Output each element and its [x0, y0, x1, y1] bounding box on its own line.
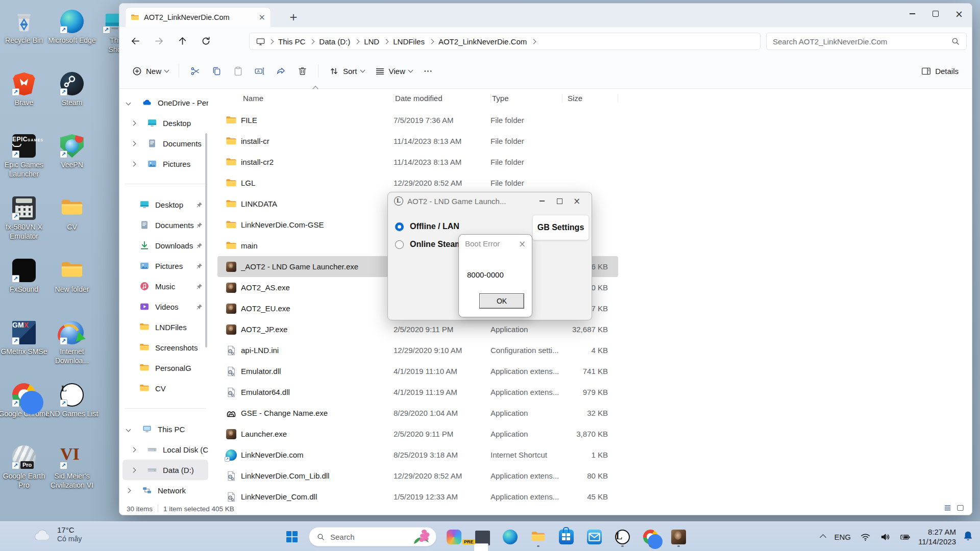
close-button[interactable] — [947, 4, 971, 24]
weather-widget[interactable]: 17°C Có mây — [33, 525, 82, 543]
file-row[interactable]: LGL 12/29/2020 8:52 AM File folder — [217, 172, 618, 193]
gb-settings-button[interactable]: GB Settings — [532, 215, 589, 240]
new-tab-button[interactable]: + — [287, 11, 300, 24]
back-button[interactable] — [128, 33, 143, 48]
file-row[interactable]: ↗ LinkNeverDie.com 8/25/2019 3:18 AM Int… — [217, 444, 618, 465]
search-icon[interactable] — [951, 37, 960, 46]
paste-button[interactable] — [227, 61, 249, 81]
rename-button[interactable]: A — [249, 61, 270, 81]
launcher-minimize-button[interactable] — [533, 194, 551, 208]
cut-button[interactable] — [184, 61, 206, 81]
sidebar-item[interactable]: Documents — [122, 215, 208, 235]
radio-option[interactable]: Online Steam — [395, 238, 462, 251]
forward-button[interactable] — [151, 33, 166, 48]
desktop-icon[interactable]: New folder — [43, 258, 101, 320]
chevron-icon[interactable] — [131, 141, 136, 146]
desktop-icon[interactable]: VI ↗ Sid Meier's Civilization VI — [43, 445, 101, 507]
breadcrumb-item[interactable]: Data (D:) — [316, 37, 353, 46]
taskbar-app-button[interactable] — [527, 525, 549, 548]
sidebar-item[interactable]: CV — [122, 378, 208, 398]
taskbar-app-button[interactable] — [443, 525, 464, 548]
sort-button[interactable]: Sort — [324, 62, 370, 81]
clock[interactable]: 8:27 AM 11/14/2023 — [915, 527, 959, 546]
large-icons-view-toggle-icon[interactable] — [956, 504, 965, 514]
column-header-name[interactable]: Name — [217, 94, 394, 103]
copy-button[interactable] — [206, 61, 227, 81]
file-row[interactable]: AOT2_JP.exe 2/5/2020 9:11 PM Application… — [217, 319, 618, 340]
wifi-icon[interactable] — [855, 527, 875, 547]
chevron-icon[interactable] — [131, 467, 136, 472]
radio-option[interactable]: Offline / LAN — [395, 220, 459, 233]
breadcrumb-item[interactable]: LND — [361, 37, 382, 46]
launcher-maximize-button[interactable] — [551, 194, 568, 208]
more-options-button[interactable] — [418, 61, 439, 81]
column-header-type[interactable]: Type — [491, 94, 562, 103]
sidebar-item[interactable]: Music — [122, 276, 208, 296]
delete-button[interactable] — [291, 61, 313, 81]
minimize-button[interactable] — [900, 4, 924, 24]
sidebar-item[interactable]: PersonalG — [122, 358, 208, 378]
sidebar-item[interactable]: Desktop — [122, 113, 208, 133]
refresh-button[interactable] — [198, 33, 213, 48]
launcher-title-bar[interactable]: L AOT2 - LND Game Launch... — [388, 192, 592, 210]
chevron-icon[interactable] — [131, 161, 136, 166]
breadcrumb-item[interactable]: This PC — [275, 37, 308, 46]
desktop-icon[interactable]: ↗ Steam — [43, 71, 101, 134]
sidebar-item[interactable] — [119, 398, 211, 419]
desktop-icon[interactable]: ↗ Internet Downloa... — [43, 320, 101, 383]
file-row[interactable]: Emulator.dll 4/1/2019 11:10 AM Applicati… — [217, 361, 618, 382]
sidebar-item[interactable]: Network — [122, 480, 208, 500]
file-row[interactable]: GSE - Change Name.exe 8/29/2020 1:04 AM … — [217, 403, 618, 423]
address-bar[interactable]: This PC Data (D:) LND — [249, 33, 761, 50]
volume-icon[interactable] — [875, 527, 895, 547]
taskbar-app-button[interactable] — [583, 525, 605, 548]
column-header-size[interactable]: Size — [562, 94, 618, 103]
taskbar-app-button[interactable] — [499, 525, 521, 548]
new-button[interactable]: New — [127, 62, 174, 81]
taskbar-app-button[interactable] — [668, 525, 689, 548]
start-button[interactable] — [282, 527, 302, 547]
maximize-button[interactable] — [924, 4, 947, 24]
desktop-icon[interactable]: ↗ VeePN — [43, 134, 101, 196]
explorer-tab[interactable]: AOT2_LinkNeverDie.Com × — [126, 8, 271, 27]
battery-charging-icon[interactable] — [895, 527, 915, 547]
chevron-icon[interactable] — [131, 447, 136, 452]
taskbar-search[interactable]: Search — [309, 527, 436, 546]
language-indicator[interactable]: ENG — [830, 527, 856, 547]
sidebar-item[interactable]: Screenshots — [122, 337, 208, 358]
launcher-close-button[interactable] — [568, 194, 585, 208]
sidebar-item[interactable]: Documents — [122, 133, 208, 154]
chevron-icon[interactable] — [126, 100, 131, 105]
file-row[interactable]: api-LND.ini 12/29/2020 9:10 AM Configura… — [217, 340, 618, 361]
tab-close-icon[interactable]: × — [259, 13, 265, 21]
radio-button-icon[interactable] — [395, 222, 404, 231]
sidebar-item[interactable]: Downloads — [122, 235, 208, 256]
breadcrumb-item[interactable]: AOT2_LinkNeverDie.Com — [435, 37, 530, 46]
sidebar-item[interactable]: Pictures — [122, 256, 208, 276]
sidebar-item[interactable]: Pictures — [122, 154, 208, 174]
chevron-icon[interactable] — [131, 120, 136, 126]
sidebar-item[interactable] — [119, 174, 211, 194]
tray-overflow-button[interactable] — [816, 527, 830, 547]
file-row[interactable]: install-cr 11/14/2023 8:13 AM File folde… — [217, 131, 618, 152]
notification-bell-icon[interactable] — [959, 530, 980, 544]
sidebar-scrollbar[interactable] — [205, 133, 207, 347]
file-row[interactable]: install-cr2 11/14/2023 8:13 AM File fold… — [217, 152, 618, 172]
ok-button[interactable]: OK — [479, 293, 524, 309]
sidebar-item[interactable]: LNDFiles — [122, 317, 208, 337]
sidebar-item[interactable]: Videos — [122, 296, 208, 317]
view-button[interactable]: View — [370, 62, 418, 81]
details-pane-button[interactable]: Details — [921, 66, 959, 77]
chevron-icon[interactable] — [126, 488, 131, 493]
sidebar-item[interactable]: This PC — [122, 419, 208, 439]
boot-error-close-icon[interactable] — [517, 238, 528, 249]
sidebar-item[interactable]: OneDrive - Perso — [122, 92, 208, 113]
taskbar-app-button[interactable] — [555, 525, 577, 548]
up-button[interactable] — [175, 33, 190, 48]
sidebar-item[interactable]: Data (D:) — [122, 460, 208, 480]
chevron-icon[interactable] — [126, 427, 131, 432]
taskbar-app-button[interactable]: L — [611, 525, 633, 548]
search-input[interactable]: Search AOT2_LinkNeverDie.Com — [766, 33, 967, 50]
file-row[interactable]: Launcher.exe 2/5/2020 9:11 PM Applicatio… — [217, 423, 618, 444]
file-row[interactable]: LinkNeverDie.Com_Lib.dll 12/29/2020 8:52… — [217, 465, 618, 486]
